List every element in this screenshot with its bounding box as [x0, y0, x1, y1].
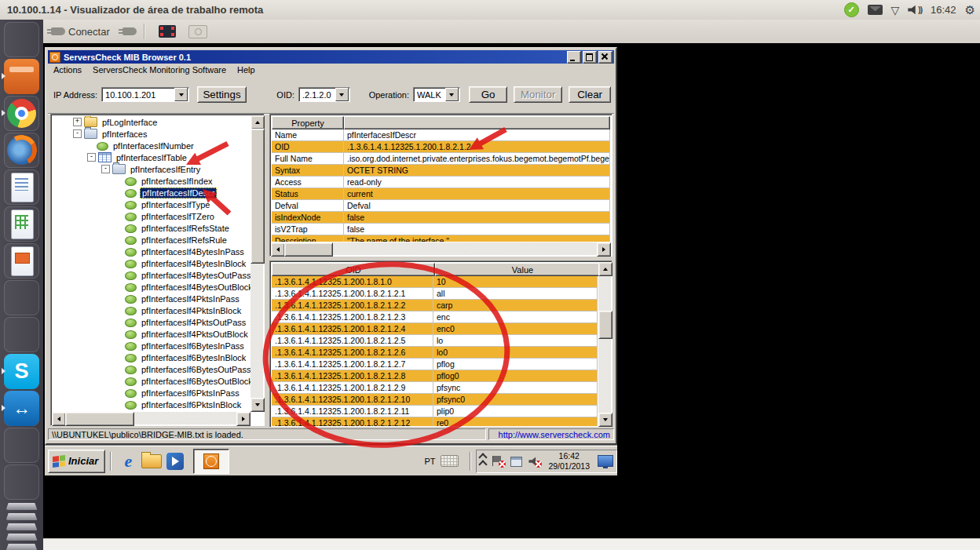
- oid-combo[interactable]: .2.1.2.0: [298, 87, 350, 102]
- scroll-up-icon[interactable]: [598, 262, 612, 276]
- property-row-Defval[interactable]: DefvalDefval: [272, 200, 610, 212]
- close-button[interactable]: [598, 51, 612, 64]
- keyboard-icon[interactable]: [441, 455, 459, 467]
- oid-dropdown-icon[interactable]: [335, 88, 349, 101]
- tree-item-pfInterfacesIfIndex[interactable]: pfInterfacesIfIndex: [53, 175, 250, 187]
- property-row-Description[interactable]: Description"The name of the interface.": [272, 235, 610, 242]
- result-row-4[interactable]: .1.3.6.1.4.1.12325.1.200.1.8.2.1.2.3enc: [272, 311, 598, 323]
- tree-item-pfInterfacesIf4PktsInBlock[interactable]: pfInterfacesIf4PktsInBlock: [53, 304, 250, 316]
- result-row-8[interactable]: .1.3.6.1.4.1.12325.1.200.1.8.2.1.2.7pflo…: [272, 359, 598, 370]
- tree-item-pfInterfacesIfType[interactable]: pfInterfacesIfType: [53, 199, 250, 210]
- property-row-Access[interactable]: Accessread-only: [272, 177, 610, 188]
- tree-item-pfInterfacesIf4PktsOutBlock[interactable]: pfInterfacesIf4PktsOutBlock: [53, 328, 250, 340]
- result-row-7[interactable]: .1.3.6.1.4.1.12325.1.200.1.8.2.1.2.6lo0: [272, 347, 598, 359]
- result-row-2[interactable]: .1.3.6.1.4.1.12325.1.200.1.8.2.1.2.1all: [272, 288, 598, 300]
- result-row-3[interactable]: .1.3.6.1.4.1.12325.1.200.1.8.2.1.2.2carp: [272, 300, 598, 311]
- updates-ok-icon[interactable]: ✓: [844, 2, 859, 17]
- tree-item-pfInterfacesIf4BytesOutBlock[interactable]: pfInterfacesIf4BytesOutBlock: [53, 281, 250, 293]
- result-row-13[interactable]: .1.3.6.1.4.1.12325.1.200.1.8.2.1.2.12re0: [272, 417, 598, 426]
- tree-vertical-scrollbar[interactable]: [250, 115, 263, 412]
- tree-item-pfInterfacesIf4PktsOutPass[interactable]: pfInterfacesIf4PktsOutPass: [53, 316, 250, 328]
- results-vertical-scrollbar[interactable]: [598, 262, 611, 427]
- mib-title-bar[interactable]: ServersCheck MIB Browser 0.1: [48, 50, 614, 64]
- stacked-launcher-icon[interactable]: [6, 503, 38, 510]
- muted-speaker-icon[interactable]: [528, 455, 540, 467]
- ip-dropdown-icon[interactable]: [174, 88, 188, 101]
- tree-item-pfInterfacesIf4BytesOutPass[interactable]: pfInterfacesIf4BytesOutPass: [53, 269, 250, 281]
- tree-item-pfInterfacesIfEntry[interactable]: -pfInterfacesIfEntry: [53, 163, 250, 175]
- results-scroll-thumb[interactable]: [598, 311, 612, 339]
- session-gear-icon[interactable]: ⚙: [965, 4, 975, 16]
- launcher-item-red-app[interactable]: [4, 280, 39, 315]
- scroll-left-icon[interactable]: [271, 242, 285, 257]
- scroll-down-icon[interactable]: [598, 413, 612, 427]
- launcher-item-libreoffice-calc[interactable]: [4, 206, 39, 242]
- scroll-down-icon[interactable]: [250, 398, 265, 412]
- volume-icon[interactable]: )): [908, 5, 922, 15]
- menu-item-serverscheck[interactable]: ServersCheck Monitoring Software: [87, 64, 232, 75]
- scroll-up-icon[interactable]: [250, 115, 265, 129]
- property-row-Name[interactable]: NamepfInterfacesIfDescr: [272, 129, 610, 141]
- tree-scroll-thumb[interactable]: [250, 129, 265, 264]
- tree-item-pfInterfacesIfTable[interactable]: -pfInterfacesIfTable: [53, 151, 250, 163]
- scroll-right-icon[interactable]: [597, 242, 611, 257]
- mib-browser-task-button[interactable]: [193, 449, 229, 474]
- operation-dropdown-icon[interactable]: [445, 88, 459, 101]
- result-row-6[interactable]: .1.3.6.1.4.1.12325.1.200.1.8.2.1.2.5lo: [272, 335, 598, 347]
- connect-button[interactable]: Conectar: [68, 26, 110, 38]
- tree-item-pfInterfacesIfNumber[interactable]: pfInterfacesIfNumber: [53, 140, 250, 151]
- tree-hscroll-thumb[interactable]: [65, 412, 134, 426]
- result-row-9[interactable]: .1.3.6.1.4.1.12325.1.200.1.8.2.1.2.8pflo…: [272, 370, 598, 382]
- alerts-flag-icon[interactable]: [492, 455, 504, 467]
- launcher-item-skype[interactable]: S: [4, 354, 39, 389]
- minimize-button[interactable]: [567, 51, 581, 64]
- launcher-item-libreoffice-writer[interactable]: [4, 169, 39, 205]
- start-button[interactable]: Iniciar: [48, 450, 105, 473]
- property-row-OID[interactable]: OID.1.3.6.1.4.1.12325.1.200.1.8.2.1.2: [272, 141, 610, 153]
- launcher-item-firefox[interactable]: [4, 133, 39, 168]
- launcher-item-files[interactable]: [4, 59, 39, 94]
- stacked-launcher-icon[interactable]: [6, 534, 38, 541]
- expander-plus-icon[interactable]: +: [73, 118, 82, 126]
- mail-icon[interactable]: [868, 5, 883, 15]
- fullscreen-icon[interactable]: [159, 25, 176, 38]
- tree-item-pfInterfacesIf6BytesInPass[interactable]: pfInterfacesIf6BytesInPass: [53, 340, 250, 351]
- internet-explorer-icon[interactable]: e: [116, 450, 140, 472]
- network-status-icon[interactable]: [510, 455, 522, 467]
- result-row-11[interactable]: .1.3.6.1.4.1.12325.1.200.1.8.2.1.2.10pfs…: [272, 394, 598, 406]
- settings-button[interactable]: Settings: [197, 86, 247, 103]
- launcher-item-teamviewer[interactable]: ↔: [4, 391, 39, 426]
- tree-item-pfInterfacesIfDescr[interactable]: pfInterfacesIfDescr: [53, 187, 250, 199]
- language-indicator[interactable]: PT: [424, 457, 435, 466]
- results-value-header[interactable]: Value: [435, 263, 610, 276]
- property-row-isV2Trap[interactable]: isV2Trapfalse: [272, 224, 610, 235]
- tree-item-pfInterfaces[interactable]: -pfInterfaces: [53, 128, 250, 140]
- results-oid-header[interactable]: OID: [272, 263, 435, 276]
- result-row-5[interactable]: .1.3.6.1.4.1.12325.1.200.1.8.2.1.2.4enc0: [272, 323, 598, 335]
- stacked-launcher-icon[interactable]: [6, 523, 38, 530]
- explorer-folder-icon[interactable]: [140, 450, 163, 472]
- scroll-right-icon[interactable]: [236, 412, 250, 426]
- property-hscroll-thumb[interactable]: [284, 242, 333, 257]
- property-value-column-header[interactable]: [344, 116, 610, 129]
- result-row-12[interactable]: .1.3.6.1.4.1.12325.1.200.1.8.2.1.2.11pli…: [272, 406, 598, 417]
- expander-minus-icon[interactable]: -: [101, 165, 110, 173]
- tree-item-pfInterfacesIf4PktsInPass[interactable]: pfInterfacesIf4PktsInPass: [53, 293, 250, 304]
- property-row-Status[interactable]: Statuscurrent: [272, 188, 610, 200]
- disconnect-plug-icon[interactable]: [122, 27, 137, 35]
- tree-item-pfInterfacesIf6BytesOutBlock[interactable]: pfInterfacesIf6BytesOutBlock: [53, 375, 250, 387]
- tree-item-pfInterfacesIf6PktsInBlock[interactable]: pfInterfacesIf6PktsInBlock: [53, 399, 250, 410]
- expander-minus-icon[interactable]: -: [73, 129, 82, 138]
- stacked-launcher-icon[interactable]: [6, 544, 38, 550]
- tree-item-pfInterfacesIf6BytesOutPass[interactable]: pfInterfacesIf6BytesOutPass: [53, 363, 250, 375]
- collapse-tray-icon[interactable]: [480, 454, 486, 468]
- clock[interactable]: 16:42: [931, 4, 956, 16]
- tree-item-pfInterfacesIfRefsRule[interactable]: pfInterfacesIfRefsRule: [53, 234, 250, 246]
- screenshot-icon[interactable]: [188, 25, 207, 38]
- network-icon[interactable]: ▽: [891, 5, 900, 16]
- maximize-button[interactable]: [583, 51, 597, 64]
- property-row-Syntax[interactable]: SyntaxOCTET STRING: [272, 165, 610, 177]
- taskbar-clock[interactable]: 16:42 29/01/2013: [546, 451, 592, 472]
- media-player-icon[interactable]: [163, 450, 187, 472]
- launcher-item-workspace-switcher[interactable]: [4, 464, 39, 500]
